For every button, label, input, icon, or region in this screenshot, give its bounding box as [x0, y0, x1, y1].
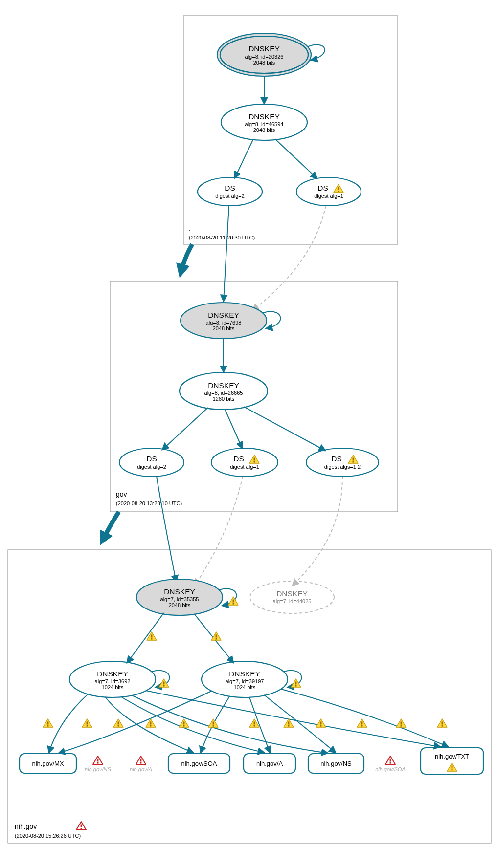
svg-text:2048 bits: 2048 bits	[253, 60, 275, 65]
zone-nih-label: nih.gov	[15, 823, 37, 830]
error-icon	[136, 756, 146, 764]
warning-icon	[179, 719, 189, 727]
svg-text:DNSKEY: DNSKEY	[248, 112, 280, 121]
warning-icon	[82, 719, 92, 727]
zone-gov: gov (2020-08-20 13:23:10 UTC) DNSKEY alg…	[110, 206, 398, 512]
svg-text:nih.gov/NS: nih.gov/NS	[320, 760, 352, 767]
svg-text:DS: DS	[233, 455, 244, 463]
warning-icon	[316, 719, 326, 727]
svg-point-33	[211, 448, 278, 477]
svg-text:DS: DS	[146, 455, 157, 463]
svg-text:alg=7, id=39197: alg=7, id=39197	[226, 678, 264, 684]
svg-text:DNSKEY: DNSKEY	[208, 381, 239, 390]
warning-icon	[437, 719, 447, 727]
rr-soa: nih.gov/SOA	[168, 754, 230, 773]
warning-icon	[43, 719, 53, 727]
node-root-ds2: DS digest alg=2	[198, 177, 262, 206]
svg-text:2048 bits: 2048 bits	[213, 326, 235, 331]
svg-text:DNSKEY: DNSKEY	[97, 670, 128, 678]
ghost-rr-soa: nih.gov/SOA	[375, 756, 406, 772]
node-nih-zsk1: DNSKEY alg=7, id=3692 1024 bits	[69, 661, 156, 697]
node-root-ds1: DS digest alg=1	[296, 177, 361, 206]
dnssec-diagram: . (2020-08-20 11:20:30 UTC) DNSKEY alg=8…	[0, 0, 497, 868]
warning-icon	[208, 719, 218, 727]
warning-icon	[147, 632, 157, 640]
zone-root: . (2020-08-20 11:20:30 UTC) DNSKEY alg=8…	[183, 16, 398, 244]
svg-text:nih.gov/MX: nih.gov/MX	[32, 760, 64, 767]
svg-text:2048 bits: 2048 bits	[253, 127, 275, 133]
svg-text:DNSKEY: DNSKEY	[248, 44, 280, 53]
node-gov-ksk: DNSKEY alg=8, id=7698 2048 bits	[181, 303, 267, 339]
zone-gov-ts: (2020-08-20 13:23:10 UTC)	[116, 500, 182, 506]
svg-text:nih.gov/SOA: nih.gov/SOA	[181, 760, 217, 767]
node-root-ksk: DNSKEY alg=8, id=20326 2048 bits	[217, 33, 311, 76]
node-nih-ksk: DNSKEY alg=7, id=35355 2048 bits	[136, 579, 223, 615]
svg-text:DNSKEY: DNSKEY	[208, 311, 239, 319]
svg-text:2048 bits: 2048 bits	[169, 602, 191, 608]
svg-text:alg=7, id=3692: alg=7, id=3692	[95, 678, 131, 684]
svg-text:1280 bits: 1280 bits	[213, 396, 235, 402]
svg-text:digest alg=1: digest alg=1	[314, 193, 343, 199]
zone-root-label: .	[189, 224, 191, 232]
ghost-rr-ns: nih.gov/NS	[85, 756, 111, 772]
svg-point-36	[306, 448, 379, 477]
svg-point-18	[296, 177, 361, 206]
svg-text:alg=7, id=44025: alg=7, id=44025	[273, 598, 312, 604]
rr-a: nih.gov/A	[244, 754, 295, 773]
rr-txt: nih.gov/TXT	[421, 748, 483, 774]
svg-text:digest alg=1: digest alg=1	[230, 464, 259, 470]
svg-text:nih.gov/A: nih.gov/A	[256, 760, 283, 767]
svg-text:digest alg=2: digest alg=2	[215, 193, 245, 199]
zone-nih: nih.gov (2020-08-20 15:26:26 UTC) DNSKEY…	[8, 477, 491, 843]
node-gov-ds2: DS digest alg=2	[119, 448, 184, 477]
zone-gov-label: gov	[116, 490, 127, 498]
node-gov-ds1: DS digest alg=1	[211, 448, 278, 477]
svg-text:alg=8, id=46594: alg=8, id=46594	[245, 121, 284, 127]
error-icon	[76, 822, 86, 830]
svg-text:DNSKEY: DNSKEY	[229, 670, 260, 678]
zone-arrow-root-gov	[181, 244, 192, 272]
node-gov-zsk: DNSKEY alg=8, id=26665 1280 bits	[180, 372, 268, 410]
warning-icon	[357, 719, 367, 727]
node-root-zsk: DNSKEY alg=8, id=46594 2048 bits	[221, 104, 307, 140]
svg-text:digest algs=1,2: digest algs=1,2	[324, 464, 361, 470]
ghost-rr-a: nih.gov/A	[130, 756, 152, 772]
svg-text:alg=7, id=35355: alg=7, id=35355	[160, 596, 199, 602]
svg-text:DS: DS	[331, 455, 342, 463]
rr-ns: nih.gov/NS	[308, 754, 364, 773]
node-nih-zsk2: DNSKEY alg=7, id=39197 1024 bits	[202, 661, 288, 697]
svg-text:DNSKEY: DNSKEY	[164, 587, 195, 596]
svg-text:1024 bits: 1024 bits	[102, 684, 124, 690]
zone-arrow-gov-nih	[103, 512, 119, 540]
warning-icon	[396, 719, 406, 727]
error-icon	[93, 756, 103, 764]
svg-text:1024 bits: 1024 bits	[234, 684, 256, 690]
node-nih-ghost: DNSKEY alg=7, id=44025	[250, 581, 334, 613]
error-icon	[385, 756, 395, 764]
svg-text:alg=8, id=26665: alg=8, id=26665	[204, 390, 243, 396]
warning-icon	[211, 632, 221, 640]
svg-text:alg=8, id=7698: alg=8, id=7698	[206, 320, 242, 326]
zone-nih-ts: (2020-08-20 15:26:26 UTC)	[15, 833, 81, 839]
svg-text:nih.gov/NS: nih.gov/NS	[85, 766, 111, 772]
warning-icon	[113, 719, 123, 727]
svg-text:digest alg=2: digest alg=2	[137, 464, 166, 470]
node-gov-ds12: DS digest algs=1,2	[306, 448, 379, 477]
svg-text:DS: DS	[317, 184, 328, 192]
zone-root-ts: (2020-08-20 11:20:30 UTC)	[189, 235, 255, 240]
svg-text:nih.gov/TXT: nih.gov/TXT	[435, 753, 469, 760]
svg-text:DS: DS	[225, 184, 235, 192]
svg-text:DNSKEY: DNSKEY	[276, 589, 308, 598]
rr-mx: nih.gov/MX	[20, 754, 76, 773]
svg-text:nih.gov/SOA: nih.gov/SOA	[375, 766, 406, 772]
svg-text:alg=8, id=20326: alg=8, id=20326	[245, 54, 284, 60]
warning-icon	[228, 597, 238, 605]
svg-text:nih.gov/A: nih.gov/A	[130, 766, 152, 772]
